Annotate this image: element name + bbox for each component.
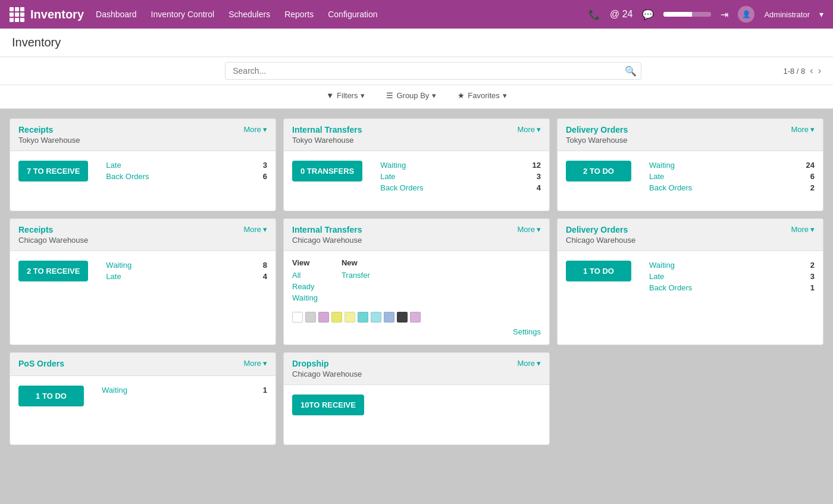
card-header-internal-transfers-tokyo: Internal Transfers Tokyo Warehouse More▾ [284, 119, 549, 151]
notifications-icon[interactable]: @ 24 [610, 9, 632, 20]
stat-row: Late 3 [380, 172, 541, 181]
card-title-internal-transfers-tokyo: Internal Transfers [292, 125, 362, 134]
dropdown-new-col: New Transfer [342, 258, 370, 305]
dropdown-new-title: New [342, 258, 370, 267]
swatch-pink[interactable] [410, 312, 421, 323]
action-btn-delivery-orders-chicago[interactable]: 1 TO DO [566, 261, 631, 281]
action-btn-internal-transfers-tokyo[interactable]: 0 TRANSFERS [292, 161, 362, 181]
swatch-dark[interactable] [397, 312, 408, 323]
card-title-delivery-orders-tokyo: Delivery Orders [566, 125, 628, 134]
nav-configuration[interactable]: Configuration [328, 10, 377, 19]
main-content: Receipts Tokyo Warehouse More▾ 7 TO RECE… [0, 109, 833, 504]
card-subtitle-delivery-orders-tokyo: Tokyo Warehouse [566, 136, 628, 145]
card-delivery-orders-tokyo: Delivery Orders Tokyo Warehouse More▾ 2 … [557, 118, 823, 211]
pagination-text: 1-8 / 8 [783, 67, 805, 76]
card-title-internal-transfers-chicago: Internal Transfers [292, 225, 362, 234]
kanban-row-3: PoS Orders More▾ 1 TO DO Waiting 1 [10, 352, 823, 445]
search-input[interactable] [225, 62, 641, 80]
navbar: Inventory Dashboard Inventory Control Sc… [0, 0, 833, 29]
card-title-delivery-orders-chicago: Delivery Orders [566, 225, 635, 234]
card-header-internal-transfers-chicago: Internal Transfers Chicago Warehouse Mor… [284, 219, 549, 251]
dropdown-link-all[interactable]: All [292, 271, 318, 280]
search-wrap: 🔍 [225, 62, 641, 80]
card-title-receipts-chicago: Receipts [18, 225, 88, 234]
nav-reports[interactable]: Reports [284, 10, 314, 19]
swatch-teal[interactable] [358, 312, 368, 323]
more-button-dropship-chicago[interactable]: More▾ [517, 359, 541, 368]
card-header-dropship-chicago: Dropship Chicago Warehouse More▾ [284, 353, 549, 385]
favorites-button[interactable]: ★ Favorites ▾ [453, 89, 511, 102]
dropdown-link-ready[interactable]: Ready [292, 282, 318, 291]
more-button-delivery-orders-chicago[interactable]: More▾ [791, 225, 815, 234]
nav-inventory-control[interactable]: Inventory Control [151, 10, 215, 19]
stats-delivery-orders-chicago: Waiting 2 Late 3 Back Orders 1 [649, 261, 815, 292]
more-button-internal-transfers-tokyo[interactable]: More▾ [517, 125, 541, 134]
card-body-dropship-chicago: 10TO RECEIVE [284, 385, 549, 444]
group-by-icon: ☰ [386, 91, 393, 100]
action-btn-delivery-orders-tokyo[interactable]: 2 TO DO [566, 161, 631, 181]
swatch-yellow[interactable] [331, 312, 342, 323]
search-icon[interactable]: 🔍 [625, 65, 637, 77]
swatch-lightblue[interactable] [371, 312, 381, 323]
stat-row: Back Orders 6 [106, 172, 267, 181]
stat-row: Waiting 12 [380, 161, 541, 170]
card-subtitle-receipts-tokyo: Tokyo Warehouse [18, 136, 80, 145]
progress-bar [663, 12, 711, 17]
more-button-internal-transfers-chicago[interactable]: More▾ [517, 225, 541, 234]
action-btn-pos-orders[interactable]: 1 TO DO [18, 386, 84, 406]
pagination-next[interactable] [818, 65, 821, 76]
filters-button[interactable]: ▼ Filters ▾ [321, 89, 369, 102]
card-title-pos-orders: PoS Orders [18, 359, 64, 368]
action-btn-dropship-chicago[interactable]: 10TO RECEIVE [292, 395, 364, 415]
dropdown-link-waiting[interactable]: Waiting [292, 293, 318, 302]
card-subtitle-internal-transfers-tokyo: Tokyo Warehouse [292, 136, 362, 145]
settings-link[interactable]: Settings [513, 327, 541, 336]
dropdown-footer: Settings [292, 327, 541, 336]
action-btn-receipts-chicago[interactable]: 2 TO RECEIVE [18, 261, 88, 281]
more-button-delivery-orders-tokyo[interactable]: More▾ [791, 125, 815, 134]
filter-icon: ▼ [326, 91, 334, 100]
group-by-button[interactable]: ☰ Group By ▾ [381, 89, 441, 102]
swatch-white[interactable] [292, 312, 303, 323]
action-btn-receipts-tokyo[interactable]: 7 TO RECEIVE [18, 161, 88, 181]
more-button-receipts-chicago[interactable]: More▾ [243, 225, 267, 234]
swatch-lavender[interactable] [318, 312, 329, 323]
card-header-receipts-tokyo: Receipts Tokyo Warehouse More▾ [10, 119, 275, 151]
phone-icon[interactable]: 📞 [588, 9, 600, 20]
more-button-pos-orders[interactable]: More▾ [243, 359, 267, 368]
group-by-chevron: ▾ [432, 91, 436, 100]
stat-row: Late 4 [106, 272, 267, 281]
chat-icon[interactable]: 💬 [642, 9, 654, 20]
swatch-gray[interactable] [305, 312, 316, 323]
signin-icon[interactable]: ⇥ [721, 9, 728, 20]
filters-label: Filters [337, 91, 358, 100]
pagination-prev[interactable] [810, 65, 813, 76]
avatar: 👤 [738, 6, 754, 23]
card-title-dropship-chicago: Dropship [292, 359, 362, 368]
filters-bar: ▼ Filters ▾ ☰ Group By ▾ ★ Favorites ▾ [0, 85, 833, 109]
admin-label[interactable]: Administrator [764, 10, 810, 19]
dropdown-link-transfer[interactable]: Transfer [342, 271, 370, 280]
nav-dashboard[interactable]: Dashboard [96, 10, 137, 19]
dropdown-view-title: View [292, 258, 318, 267]
page-title: Inventory [12, 36, 821, 49]
stat-row: Waiting 24 [649, 161, 815, 170]
kanban-row-1: Receipts Tokyo Warehouse More▾ 7 TO RECE… [10, 118, 823, 211]
card-internal-transfers-chicago: Internal Transfers Chicago Warehouse Mor… [283, 218, 550, 345]
stat-row: Late 3 [649, 272, 815, 281]
stat-row: Back Orders 2 [649, 183, 815, 192]
stat-row: Back Orders 4 [380, 183, 541, 192]
favorites-chevron: ▾ [503, 91, 507, 100]
dropdown-body-internal-transfers-chicago: View All Ready Waiting New Transfer [284, 251, 549, 345]
stat-row: Late 3 [106, 161, 267, 170]
dropdown-columns: View All Ready Waiting New Transfer [292, 258, 541, 305]
swatch-lightyellow[interactable] [345, 312, 355, 323]
more-button-receipts-tokyo[interactable]: More▾ [243, 125, 267, 134]
dropdown-view-col: View All Ready Waiting [292, 258, 318, 305]
brand[interactable]: Inventory [10, 7, 84, 22]
group-by-label: Group By [396, 91, 429, 100]
swatch-blue[interactable] [384, 312, 394, 323]
card-body-delivery-orders-tokyo: 2 TO DO Waiting 24 Late 6 Back Orders 2 [558, 151, 823, 211]
apps-icon[interactable] [10, 7, 24, 22]
nav-schedulers[interactable]: Schedulers [228, 10, 270, 19]
